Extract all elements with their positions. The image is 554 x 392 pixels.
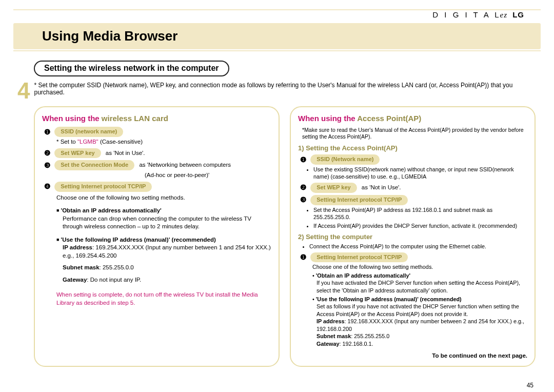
bullet-icon: ❸: [44, 161, 51, 169]
r4-m1-text: If you have activated the DHCP Server fu…: [316, 279, 527, 294]
item-1-text: * Set to "LGMB" (Case-sensitive): [56, 138, 271, 146]
r4-text: Choose one of the following two setting …: [312, 263, 527, 271]
r3-list: Set the Access Point(AP) IP address as 1…: [308, 206, 527, 230]
page-number: 45: [527, 382, 533, 389]
bullet-icon: ❷: [44, 149, 51, 157]
item-1: ❶ SSID (network name): [44, 127, 271, 137]
brand-lg: LG: [512, 10, 524, 19]
list-item: If Access Point(AP) provides the DHCP Se…: [313, 222, 527, 230]
pill-tcpip: Setting Internet protocol TCP/IP: [310, 195, 408, 205]
bullet-icon: ❸: [300, 195, 307, 204]
item-3-after-a: as 'Networking between computers: [139, 162, 231, 168]
item-4: ❹ Setting Internet protocol TCP/IP: [44, 182, 271, 192]
pill-wep: Set WEP key: [54, 148, 101, 159]
r4-method-2: • 'Use the following IP address (manual)…: [312, 296, 527, 348]
square-icon: ■: [56, 208, 59, 213]
r-item-2: ❷ Set WEP key as 'Not in Use'.: [300, 183, 527, 193]
r4-m2-heading: 'Use the following IP address (manual)' …: [316, 296, 462, 302]
title-part-b: Access Point(AP): [357, 114, 421, 123]
bullet-icon: ❶: [300, 253, 307, 261]
r4-m2-text: Set as follows if you have not activated…: [316, 303, 527, 318]
title-part-a: When using the: [42, 114, 102, 123]
square-icon: ■: [56, 237, 59, 242]
step-number: 4: [17, 80, 30, 102]
method-2: ■'Use the following IP address (manual)'…: [56, 236, 271, 284]
list-item: Use the existing SSID(network name) with…: [313, 166, 527, 181]
r-item-1: ❶ SSID (Network name): [300, 154, 527, 165]
item-4-text: Choose one of the following two setting …: [56, 194, 271, 202]
method-2-gateway: Gateway: Do not input any IP.: [63, 276, 271, 284]
r-item-4: ❶ Setting Internet protocol TCP/IP: [300, 252, 527, 263]
title-part-b: wireless LAN card: [102, 114, 168, 123]
warning-note: When setting is complete, do not turn of…: [56, 291, 271, 307]
subheading-2: 2) Setting the computer: [298, 232, 527, 242]
brand-ez: ez: [500, 11, 507, 19]
pill-wep: Set WEP key: [310, 183, 357, 193]
subheading-1: 1) Setting the Access Point(AP): [298, 144, 527, 153]
pill-tcpip: Setting Internet protocol TCP/IP: [310, 252, 408, 263]
columns: When using the wireless LAN card ❶ SSID …: [34, 106, 536, 367]
panel-wireless-lan: When using the wireless LAN card ❶ SSID …: [34, 106, 280, 367]
manual-page: D I G I T A Lez LG Using Media Browser S…: [0, 0, 554, 392]
method-1-heading: 'Obtain an IP address automatically': [61, 207, 161, 213]
pill-ssid: SSID (Network name): [310, 154, 380, 165]
rule: [13, 50, 541, 51]
method-1-text: Performance can drop when connecting the…: [63, 215, 271, 231]
panel-access-point: When using the Access Point(AP) *Make su…: [290, 106, 536, 367]
r4-gateway: Gateway: 192.168.0.1.: [316, 340, 527, 348]
bullet-icon: ❶: [300, 155, 307, 164]
r4-m1-heading: 'Obtain an IP address automatically': [316, 272, 410, 279]
step-row: 4 * Set the computer SSID (Network name)…: [17, 80, 541, 102]
pill-conn-mode: Set the Connection Mode: [54, 160, 134, 170]
r4-method-1: • 'Obtain an IP address automatically' I…: [312, 272, 527, 295]
brand-digital: D I G I T A L: [432, 10, 501, 19]
method-1: ■'Obtain an IP address automatically' Pe…: [56, 207, 271, 231]
method-2-subnet: Subnet mask: 255.255.0.0: [63, 264, 271, 272]
title-part-a: When using the: [298, 114, 357, 123]
r2-after: as 'Not in Use'.: [362, 184, 401, 190]
page-title: Using Media Browser: [13, 23, 541, 49]
subsection: Setting the wireless network in the comp…: [34, 61, 541, 79]
s2-list: Connect the Access Point(AP) to the comp…: [304, 243, 527, 250]
r-item-3: ❸ Setting Internet protocol TCP/IP: [300, 195, 527, 205]
item-3: ❸ Set the Connection Mode as 'Networking…: [44, 160, 271, 170]
panel-title: When using the wireless LAN card: [42, 113, 271, 124]
ap-note: *Make sure to read the User's Manual of …: [302, 127, 527, 140]
r4-ip: IP address: 192.168.XXX.XXX (Input any n…: [316, 318, 527, 332]
bullet-icon: ❷: [300, 183, 307, 191]
pill-ssid: SSID (network name): [54, 127, 123, 137]
item-2-after: as 'Not in Use'.: [106, 150, 145, 156]
r1-list: Use the existing SSID(network name) with…: [308, 166, 527, 181]
panel-title: When using the Access Point(AP): [298, 113, 527, 124]
r4-subnet: Subnet mask: 255.255.255.0: [316, 332, 527, 340]
item-3-after-b: (Ad-hoc or peer-to-peer)': [145, 171, 271, 180]
step-text: * Set the computer SSID (Network name), …: [34, 82, 541, 102]
bullet-icon: ❶: [44, 128, 51, 136]
item-2: ❷ Set WEP key as 'Not in Use'.: [44, 148, 271, 159]
method-2-ip: IP address: 169.254.XXX.XXX (Input any n…: [63, 244, 271, 260]
brand-logo: D I G I T A Lez LG: [432, 10, 524, 19]
bullet-icon: ❹: [44, 182, 51, 190]
list-item: Connect the Access Point(AP) to the comp…: [309, 243, 527, 250]
list-item: Set the Access Point(AP) IP address as 1…: [313, 206, 527, 221]
pill-tcpip: Setting Internet protocol TCP/IP: [54, 182, 152, 192]
method-2-heading: 'Use the following IP address (manual)' …: [61, 237, 215, 243]
continued-note: To be continued on the next page.: [298, 352, 527, 360]
subsection-heading: Setting the wireless network in the comp…: [34, 61, 229, 76]
